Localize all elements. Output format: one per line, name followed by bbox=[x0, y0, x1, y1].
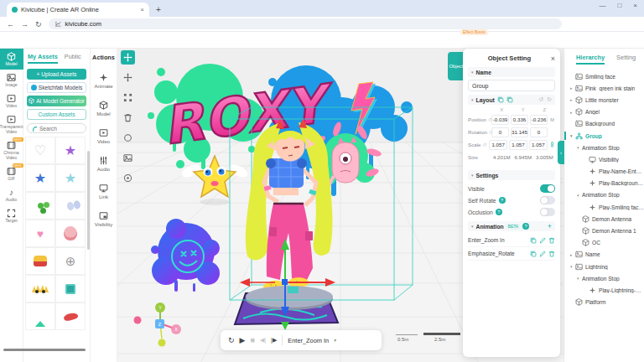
step-forward-icon[interactable]: |▶ bbox=[271, 337, 277, 344]
asset-thumbnail-pink-head[interactable] bbox=[55, 220, 86, 247]
rail-item-video[interactable]: Video bbox=[0, 90, 23, 111]
asset-thumbnail-blue-star[interactable]: ★ bbox=[25, 164, 55, 192]
scale-y-input[interactable]: 1.057 bbox=[509, 140, 527, 150]
position-z-input[interactable]: -0.236 bbox=[530, 115, 548, 125]
node-angel[interactable]: ▸Angel bbox=[564, 106, 644, 118]
node-smiling-face[interactable]: Smiling face bbox=[564, 70, 644, 82]
delete-tool[interactable] bbox=[121, 111, 135, 125]
node-play-name-enter-zoom[interactable]: Play-Name-Enter_Zo... bbox=[564, 166, 644, 178]
node-play-lightning[interactable]: Play-Lightning-Emp... bbox=[564, 284, 644, 296]
asset-search[interactable] bbox=[27, 123, 86, 133]
node-group-selected[interactable]: ▾Group bbox=[564, 130, 644, 142]
tab-hierarchy[interactable]: Hierarchy bbox=[576, 54, 605, 65]
section-name[interactable]: ▾ Name bbox=[468, 67, 555, 77]
action-visibility[interactable]: Visibility bbox=[95, 211, 113, 227]
node-animation-stop[interactable]: ▾Animation Stop bbox=[564, 272, 644, 284]
action-model[interactable]: Model bbox=[96, 101, 110, 116]
minimize-icon[interactable]: — bbox=[599, 2, 605, 9]
reset-icon[interactable]: ↺ bbox=[482, 142, 486, 147]
action-audio[interactable]: Audio bbox=[97, 156, 110, 172]
rail-item-image[interactable]: Image bbox=[0, 70, 23, 90]
close-icon[interactable]: × bbox=[551, 54, 555, 63]
help-icon[interactable]: ? bbox=[522, 223, 529, 230]
rail-item-transparent-video[interactable]: Transparent Video bbox=[0, 111, 23, 137]
play-icon[interactable]: ▶ bbox=[240, 336, 246, 344]
close-tab-icon[interactable]: × bbox=[140, 6, 144, 13]
self-rotate-toggle[interactable] bbox=[540, 196, 555, 204]
node-background[interactable]: Background bbox=[564, 118, 644, 130]
rail-item-chroma-video[interactable]: NEW Chroma Video bbox=[0, 137, 23, 163]
scale-x-input[interactable]: 1.057 bbox=[489, 140, 507, 150]
copy-layout-icon[interactable] bbox=[497, 96, 504, 103]
copy-icon[interactable] bbox=[530, 251, 537, 257]
node-platform[interactable]: Platform bbox=[564, 297, 644, 308]
copy-icon[interactable] bbox=[530, 237, 537, 244]
rail-item-audio[interactable]: ♪ Audio bbox=[0, 184, 23, 205]
node-animation-stop[interactable]: ▾Animation Stop bbox=[564, 189, 644, 201]
node-animation-stop[interactable]: ▾Animation Stop bbox=[564, 142, 644, 153]
axis-navigation-gizmo[interactable]: Y X Z bbox=[122, 298, 181, 357]
asset-thumbnail-wire-globe[interactable]: ⊕ bbox=[55, 247, 86, 275]
node-lightning[interactable]: ▾Lightning bbox=[564, 261, 644, 272]
asset-grid-scrollbar[interactable] bbox=[87, 151, 90, 250]
node-pink-green-ink-stain[interactable]: ▸Pink_green ink stain bbox=[564, 82, 644, 94]
address-bar[interactable]: kivicube.com bbox=[49, 18, 562, 29]
undo-icon[interactable]: ↺ bbox=[538, 96, 543, 103]
panel-horizontal-scrollbar[interactable] bbox=[3, 349, 86, 351]
panel-collapse-handle[interactable]: ‹ bbox=[558, 141, 564, 164]
node-little-monster[interactable]: ▸Little monster bbox=[564, 94, 644, 106]
asset-thumbnail-yellow-wings[interactable] bbox=[25, 275, 55, 303]
search-input[interactable] bbox=[39, 126, 81, 132]
object-side-tab[interactable]: Object bbox=[448, 52, 465, 80]
node-play-background[interactable]: Play-Background-En... bbox=[564, 178, 644, 189]
maximize-icon[interactable]: □ bbox=[617, 2, 621, 9]
position-y-input[interactable]: 0.336 bbox=[511, 115, 528, 125]
loop-icon[interactable]: ↻ bbox=[228, 336, 235, 344]
asset-thumbnail-butterfly[interactable] bbox=[55, 192, 86, 220]
step-back-icon[interactable]: ◀| bbox=[260, 337, 266, 344]
delete-icon[interactable] bbox=[548, 237, 555, 244]
occlusion-toggle[interactable] bbox=[540, 208, 555, 216]
node-play-smiling-face[interactable]: Play-Smiling face-E... bbox=[564, 201, 644, 213]
asset-thumbnail-holo-star[interactable]: ★ bbox=[55, 164, 86, 192]
browser-tab[interactable]: Kivicube | Create AR Online × bbox=[7, 3, 149, 17]
node-demon-antenna[interactable]: Demon Antenna bbox=[564, 213, 644, 225]
rotate-tool[interactable] bbox=[121, 131, 135, 145]
node-visibility[interactable]: Visibility bbox=[564, 153, 644, 165]
tab-my-assets[interactable]: My Assets bbox=[28, 53, 58, 64]
rail-item-target[interactable]: Target bbox=[0, 205, 23, 226]
section-settings[interactable]: ▾ Settings bbox=[468, 170, 555, 180]
scale-tool[interactable] bbox=[121, 90, 135, 105]
pan-tool[interactable] bbox=[121, 70, 135, 85]
section-animation[interactable]: ▾ Animation BETA ? + bbox=[468, 221, 555, 231]
upload-assets-button[interactable]: + Upload Assets bbox=[27, 69, 86, 80]
section-layout[interactable]: ▾ Layout ↺ ↻ bbox=[468, 95, 555, 105]
add-animation-button[interactable]: + bbox=[548, 222, 552, 230]
sketchfab-models-button[interactable]: Sketchfab Models bbox=[27, 82, 86, 93]
paste-layout-icon[interactable] bbox=[506, 96, 513, 103]
rotation-y-input[interactable]: 31.145 bbox=[511, 127, 528, 137]
node-name[interactable]: ▸Name bbox=[564, 249, 644, 261]
object-name-input[interactable]: Group bbox=[468, 80, 555, 91]
edit-icon[interactable] bbox=[539, 237, 546, 244]
rotation-x-input[interactable]: 0 bbox=[491, 127, 509, 137]
rail-item-gif[interactable]: NEW GIF bbox=[0, 163, 23, 184]
edit-icon[interactable] bbox=[539, 251, 546, 257]
help-icon[interactable]: ? bbox=[496, 209, 502, 215]
asset-thumbnail-cat-hat[interactable] bbox=[25, 247, 55, 275]
close-icon[interactable]: × bbox=[633, 2, 637, 9]
asset-thumbnail-clover[interactable] bbox=[25, 192, 55, 220]
redo-icon[interactable]: ↻ bbox=[547, 96, 552, 103]
action-animate[interactable]: Animate bbox=[94, 73, 112, 89]
visible-toggle[interactable] bbox=[540, 184, 555, 193]
animation-select[interactable]: Enter_Zoom In bbox=[288, 337, 329, 344]
forward-icon[interactable]: → bbox=[21, 20, 29, 28]
rotation-z-input[interactable]: 0 bbox=[530, 127, 548, 137]
help-icon[interactable]: ? bbox=[499, 197, 506, 204]
node-oc[interactable]: OC bbox=[564, 237, 644, 249]
ai-model-generator-side-button[interactable]: AI Model Generator bbox=[27, 96, 86, 106]
rail-item-model[interactable]: Model bbox=[0, 49, 23, 70]
asset-thumbnail-pink-heart[interactable]: ♥ bbox=[25, 220, 55, 247]
asset-thumbnail-green-wing[interactable] bbox=[25, 303, 55, 330]
position-x-input[interactable]: -0.039 bbox=[491, 115, 509, 125]
